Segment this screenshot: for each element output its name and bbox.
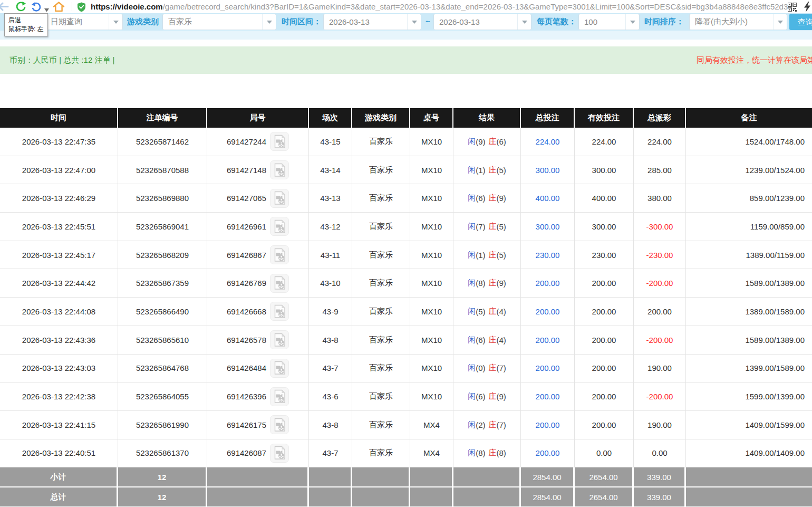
date-query-select[interactable]: 日期查询 [45,14,123,30]
total-empty [453,487,521,506]
date-end-select[interactable]: 2026-03-13 [433,14,531,30]
subtotal-valid-bet: 2654.00 [575,467,634,486]
video-replay-button[interactable] [270,387,289,406]
result-player-label: 闲 [468,335,476,345]
undo-icon[interactable] [31,1,43,14]
qr-code-icon[interactable] [788,3,797,14]
video-replay-button[interactable] [270,160,289,179]
result-player-label: 闲 [468,391,476,401]
cell-valid-bet: 200.00 [575,382,634,410]
result-banker-label: 庄 [489,193,497,203]
subtotal-empty [686,467,812,486]
date-start-select[interactable]: 2026-03-13 [323,14,421,30]
cell-time: 2026-03-13 22:44:42 [0,269,118,297]
table-body: 2026-03-13 22:47:35523265871462691427244… [0,128,812,467]
video-replay-button[interactable] [270,359,289,378]
cell-result: 闲(1)庄(5) [453,156,521,184]
cell-remark: 1589.00/1389.00 [686,269,812,297]
result-player-label: 闲 [468,165,476,175]
cell-total-bet[interactable]: 224.00 [521,128,575,156]
refresh-icon[interactable] [15,1,26,14]
gesture-tooltip: 后退 鼠标手势: 左 [4,13,48,36]
cell-round: 691426668 [207,298,309,326]
video-replay-button[interactable] [270,330,289,349]
total-empty [410,487,453,506]
video-replay-button[interactable] [270,217,289,236]
cell-total-bet[interactable]: 200.00 [521,439,575,467]
cell-total-bet[interactable]: 200.00 [521,411,575,439]
cell-round: 691426769 [207,269,309,297]
cell-time: 2026-03-13 22:40:51 [0,439,118,467]
back-icon[interactable] [0,1,9,14]
cell-result: 闲(8)庄(8) [453,439,521,467]
result-player-score: (8) [476,279,485,288]
video-file-icon [274,219,286,234]
video-file-icon [274,446,286,460]
game-category-select[interactable]: 百家乐 [162,14,276,30]
cell-result: 闲(6)庄(9) [453,184,521,212]
cell-payout: 200.00 [634,298,686,326]
url-bar[interactable]: https://videoie.com/game/betrecord_searc… [91,2,788,11]
cell-total-bet[interactable]: 200.00 [521,269,575,297]
video-replay-button[interactable] [270,132,289,151]
tooltip-gesture: 鼠标手势: 左 [8,25,44,34]
query-button[interactable]: 查询 [789,14,812,30]
cell-total-bet[interactable]: 200.00 [521,382,575,410]
header-table: 桌号 [410,108,453,128]
cell-time: 2026-03-13 22:43:36 [0,326,118,354]
video-replay-button[interactable] [270,444,289,463]
cell-total-bet[interactable]: 400.00 [521,184,575,212]
home-icon[interactable] [53,1,65,14]
cell-valid-bet: 200.00 [575,355,634,382]
cell-session: 43-14 [309,156,352,184]
cell-session: 43-8 [309,326,352,354]
chevron-down-icon [773,14,787,30]
cell-time: 2026-03-13 22:44:08 [0,298,118,326]
video-replay-button[interactable] [270,302,289,321]
cell-result: 闲(6)庄(4) [453,326,521,354]
result-player-label: 闲 [468,307,476,317]
total-empty [207,487,309,506]
result-banker-score: (4) [497,336,506,345]
cell-valid-bet: 400.00 [575,184,634,212]
video-file-icon [274,304,286,319]
cell-category: 百家乐 [352,411,410,439]
page-size-value: 100 [584,17,597,26]
video-file-icon [274,333,286,347]
result-banker-label: 庄 [489,278,497,288]
result-banker-label: 庄 [489,137,497,147]
result-banker-score: (7) [497,420,506,429]
cell-payout: 380.00 [634,184,686,212]
cell-total-bet[interactable]: 200.00 [521,298,575,326]
cell-category: 百家乐 [352,241,410,269]
subtotal-empty [309,467,352,486]
sort-select[interactable]: 降幂(由大到小) [689,14,787,30]
video-replay-button[interactable] [270,415,289,434]
result-banker-score: (9) [497,279,506,288]
result-player-score: (7) [476,222,485,231]
cell-total-bet[interactable]: 200.00 [521,326,575,354]
cell-remark: 1239.00/1524.00 [686,156,812,184]
video-replay-button[interactable] [270,274,289,293]
cell-total-bet[interactable]: 230.00 [521,241,575,269]
cell-total-bet[interactable]: 300.00 [521,213,575,241]
cell-session: 43-9 [309,298,352,326]
cell-time: 2026-03-13 22:47:35 [0,128,118,156]
game-category-label: 游戏类别 [127,14,159,30]
lightning-icon[interactable] [804,2,811,14]
bet-record-table: 时间 注单编号 局号 场次 游戏类别 桌号 结果 总投注 有效投注 总派彩 备注… [0,108,812,506]
page-size-select[interactable]: 100 [578,14,640,30]
date-query-value: 日期查询 [51,17,82,27]
cell-total-bet[interactable]: 300.00 [521,156,575,184]
total-label: 总计 [0,487,118,506]
video-replay-button[interactable] [270,245,289,264]
cell-time: 2026-03-13 22:42:38 [0,382,118,410]
result-banker-label: 庄 [489,165,497,175]
cell-bet-id: 523265864768 [118,355,207,382]
cell-table-number: MX10 [410,241,453,269]
video-replay-button[interactable] [270,189,289,208]
cell-valid-bet: 200.00 [575,326,634,354]
cell-total-bet[interactable]: 200.00 [521,355,575,382]
table-row: 2026-03-13 22:40:51523265861370691426087… [0,439,812,468]
result-player-score: (1) [476,166,485,175]
